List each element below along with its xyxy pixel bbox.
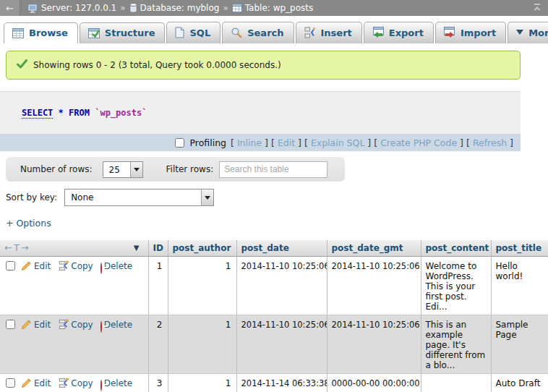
bracket: [ <box>271 137 275 148</box>
edit-icon <box>21 378 32 391</box>
inline-link[interactable]: Inline <box>237 137 262 148</box>
delete-link[interactable]: Delete <box>104 261 132 271</box>
export-icon <box>372 27 384 38</box>
tab-label: Export <box>389 27 424 38</box>
collapse-top-icon <box>531 3 543 14</box>
copy-icon <box>58 260 69 273</box>
delete-link[interactable]: Delete <box>104 320 132 330</box>
table-row: EditCopyDelete 2 1 2014-11-10 10:25:06 2… <box>0 315 548 373</box>
delete-icon <box>100 321 102 333</box>
cell-post-title: Auto Draft <box>491 373 548 392</box>
copy-link[interactable]: Copy <box>71 378 93 388</box>
rows-select-value: 25 <box>103 162 130 177</box>
tab-label: Structure <box>105 27 155 38</box>
structure-icon <box>88 28 100 38</box>
tab-sql[interactable]: SQL <box>166 22 221 43</box>
column-header-post-title[interactable]: post_title <box>491 240 548 256</box>
tab-more[interactable]: More <box>508 22 548 43</box>
sql-query-text: SELECT * FROM `wp_posts` <box>0 91 521 134</box>
copy-icon <box>58 378 69 391</box>
edit-link[interactable]: Edit <box>34 378 51 388</box>
sql-query-box: SELECT * FROM `wp_posts` Profiling [ Inl… <box>0 91 521 151</box>
column-header-post-date-gmt[interactable]: post_date_gmt <box>327 240 421 256</box>
cell-id: 3 <box>148 373 168 392</box>
tab-search[interactable]: Search <box>222 22 294 43</box>
tab-label: Browse <box>29 27 68 38</box>
cell-id: 1 <box>148 256 168 315</box>
explain-sql-link[interactable]: Explain SQL <box>311 137 364 148</box>
tab-browse[interactable]: Browse <box>4 22 78 43</box>
tab-export[interactable]: Export <box>364 22 434 43</box>
copy-link[interactable]: Copy <box>71 320 93 330</box>
sort-row: Sort by key: None <box>6 188 548 207</box>
dropdown-arrow-icon <box>201 189 213 205</box>
dropdown-arrow-icon <box>130 162 142 177</box>
back-button[interactable]: ← <box>0 0 20 16</box>
column-header-post-date[interactable]: post_date <box>236 240 327 256</box>
cell-post-content <box>421 373 491 392</box>
breadcrumb-bar: ← Server: 127.0.0.1 » Database: myblog »… <box>0 0 548 16</box>
sql-table-ref: `wp_posts` <box>95 108 147 118</box>
sql-keyword-select: SELECT <box>22 108 53 118</box>
row-checkbox[interactable] <box>6 261 15 270</box>
cell-post-title: Hello world! <box>491 256 548 315</box>
row-controls-bar: Number of rows: 25 Filter rows: <box>6 157 345 182</box>
column-header-post-content[interactable]: post_content <box>421 240 491 256</box>
cell-post-author: 1 <box>168 315 236 373</box>
table-row: EditCopyDelete 3 1 2014-11-14 06:33:38 0… <box>0 373 548 392</box>
success-check-icon <box>17 59 27 71</box>
database-icon <box>129 3 137 13</box>
profiling-label: Profiling <box>190 137 227 148</box>
cell-post-author: 1 <box>168 256 236 315</box>
cell-post-date-gmt: 2014-11-10 10:25:06 <box>327 256 421 315</box>
breadcrumb: Server: 127.0.0.1 » Database: myblog » T… <box>20 3 526 13</box>
table-header-row: ←T→ ▼ ID post_author post_date post_date… <box>0 240 548 256</box>
tab-label: Insert <box>321 27 352 38</box>
breadcrumb-database[interactable]: Database: myblog <box>129 3 220 13</box>
rows-label: Number of rows: <box>20 164 93 174</box>
browse-icon <box>12 28 24 38</box>
rows-select[interactable]: 25 <box>103 161 143 178</box>
edit-link[interactable]: Edit <box>34 320 51 330</box>
options-toggle[interactable]: + Options <box>6 218 51 229</box>
collapse-top-button[interactable] <box>526 3 548 14</box>
tab-insert[interactable]: Insert <box>296 22 362 43</box>
table-icon <box>232 4 242 12</box>
sql-keyword-from: FROM <box>69 108 90 118</box>
create-php-code-link[interactable]: Create PHP Code <box>380 137 457 148</box>
sort-label: Sort by key: <box>6 192 57 203</box>
column-header-id[interactable]: ID <box>148 240 168 256</box>
column-header-actions: ←T→ ▼ <box>0 240 148 256</box>
row-checkbox[interactable] <box>6 320 15 329</box>
refresh-link[interactable]: Refresh <box>473 137 507 148</box>
success-message: Showing rows 0 - 2 (3 total, Query took … <box>6 51 521 80</box>
filter-label: Filter rows: <box>166 164 214 174</box>
cell-post-title: Sample Page <box>491 315 548 373</box>
breadcrumb-server-label: Server: 127.0.0.1 <box>41 3 116 13</box>
more-dropdown-icon <box>516 30 523 38</box>
sort-select[interactable]: None <box>64 189 214 206</box>
success-message-text: Showing rows 0 - 2 (3 total, Query took … <box>33 60 281 70</box>
phpmyadmin-browse-page: ← Server: 127.0.0.1 » Database: myblog »… <box>0 0 548 392</box>
bracket: ] <box>367 137 371 148</box>
edit-query-link[interactable]: Edit <box>278 137 295 148</box>
import-icon <box>444 27 455 38</box>
sql-icon <box>175 27 184 38</box>
column-header-post-author[interactable]: post_author <box>168 240 236 256</box>
breadcrumb-table[interactable]: Table: wp_posts <box>232 3 314 13</box>
column-nav-controls[interactable]: ←T→ <box>4 242 30 253</box>
cell-post-date: 2014-11-10 10:25:06 <box>236 256 327 315</box>
row-checkbox[interactable] <box>6 378 15 388</box>
filter-input[interactable] <box>219 161 327 178</box>
delete-link[interactable]: Delete <box>104 378 132 388</box>
tab-import[interactable]: Import <box>435 22 506 43</box>
breadcrumb-server[interactable]: Server: 127.0.0.1 <box>27 3 116 13</box>
tab-structure[interactable]: Structure <box>80 22 166 43</box>
sort-select-value: None <box>65 189 201 205</box>
copy-link[interactable]: Copy <box>71 261 93 271</box>
delete-icon <box>100 263 102 274</box>
profiling-checkbox[interactable] <box>175 138 184 148</box>
delete-icon <box>100 380 102 391</box>
edit-link[interactable]: Edit <box>34 261 51 271</box>
bracket: ] <box>510 137 513 148</box>
